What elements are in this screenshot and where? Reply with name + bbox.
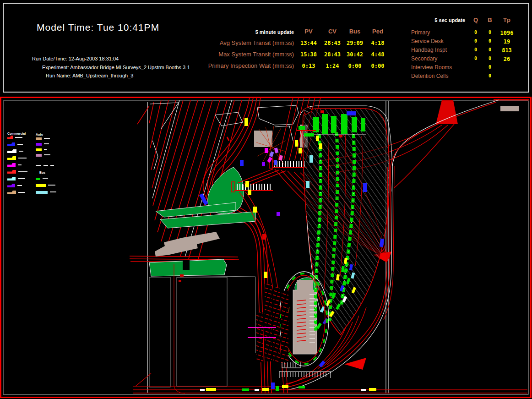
legend-item bbox=[36, 153, 68, 158]
experiment-name: Experiment: Ambassador Bridge MI Surveys… bbox=[42, 65, 190, 70]
row-secondary-label: Secondary bbox=[411, 55, 437, 62]
legend-item bbox=[36, 176, 68, 183]
auto-class-swatch bbox=[36, 148, 42, 151]
commercial-class-swatch bbox=[7, 184, 15, 187]
legend-item bbox=[36, 136, 68, 142]
legend-label-mark bbox=[19, 151, 23, 152]
handbag-tp: 813 bbox=[495, 47, 518, 54]
five-minute-update-title: 5 minute update bbox=[202, 29, 294, 35]
wait-bus: 0:00 bbox=[343, 63, 366, 69]
legend-item bbox=[7, 135, 34, 142]
row-max-transit-label: Max System Transit (mm:ss) bbox=[157, 51, 294, 58]
commercial-class-swatch bbox=[7, 142, 15, 146]
legend-item bbox=[7, 149, 34, 156]
col-b: B bbox=[484, 16, 495, 23]
avg-cv: 28:43 bbox=[321, 40, 344, 46]
service-tp: 19 bbox=[495, 38, 518, 45]
secondary-q: 0 bbox=[470, 56, 481, 61]
legend-item bbox=[36, 183, 68, 190]
wait-pv: 0:13 bbox=[297, 63, 320, 69]
avg-ped: 4:18 bbox=[366, 40, 389, 46]
interview-b: 0 bbox=[484, 65, 495, 70]
legend-label-mark bbox=[17, 185, 22, 186]
simulation-app-window: { "header": { "model_time": "Model Time:… bbox=[0, 0, 532, 399]
map-legend: Commercial Auto Bus bbox=[7, 132, 76, 196]
legend-item bbox=[7, 142, 34, 149]
max-pv: 15:38 bbox=[297, 51, 320, 58]
legend-item bbox=[7, 183, 34, 190]
run-datetime: Run Date/Time: 12-Aug-2003 18:31:04 bbox=[32, 56, 119, 61]
auto-class-swatch bbox=[36, 143, 42, 146]
simulation-map-canvas[interactable] bbox=[0, 97, 532, 399]
commercial-class-swatch bbox=[7, 191, 16, 194]
legend-label-mark bbox=[44, 154, 50, 155]
primary-b: 0 bbox=[484, 30, 495, 35]
detention-b: 0 bbox=[484, 73, 495, 78]
legend-item bbox=[36, 190, 68, 197]
legend-label-mark bbox=[15, 137, 22, 138]
legend-item bbox=[36, 147, 68, 153]
auto-class-swatch bbox=[36, 154, 42, 157]
max-bus: 30:42 bbox=[343, 51, 366, 58]
legend-item bbox=[7, 190, 34, 197]
row-detention-label: Detention Cells bbox=[411, 73, 448, 79]
stats-panel: Model Time: Tue 10:41PM 5 minute update … bbox=[3, 3, 529, 93]
model-time: Model Time: Tue 10:41PM bbox=[37, 22, 159, 33]
commercial-class-swatch bbox=[7, 136, 13, 139]
secondary-tp: 26 bbox=[495, 56, 518, 62]
legend-item bbox=[7, 163, 34, 169]
row-service-desk-label: Service Desk bbox=[411, 38, 444, 44]
bus-class-swatch bbox=[36, 178, 40, 180]
handbag-b: 0 bbox=[484, 47, 495, 52]
legend-label-mark bbox=[18, 178, 25, 179]
commercial-class-swatch bbox=[7, 149, 16, 153]
row-avg-transit-label: Avg System Transit (mm:ss) bbox=[157, 39, 294, 46]
handbag-q: 0 bbox=[470, 47, 481, 52]
legend-item bbox=[7, 169, 34, 176]
col-bus: Bus bbox=[343, 28, 366, 35]
legend-item bbox=[7, 156, 34, 163]
bus-class-swatch bbox=[36, 184, 46, 187]
col-ped: Ped bbox=[366, 28, 389, 35]
legend-label-mark bbox=[18, 164, 22, 165]
legend-label-mark bbox=[44, 143, 49, 144]
legend-label-mark bbox=[48, 185, 55, 186]
commercial-class-swatch bbox=[7, 177, 16, 180]
legend-separator-marks bbox=[36, 158, 68, 168]
commercial-class-swatch bbox=[7, 163, 16, 167]
bus-class-swatch bbox=[36, 191, 48, 194]
legend-label-mark bbox=[18, 158, 27, 159]
legend-item bbox=[36, 142, 68, 147]
legend-bus-title: Bus bbox=[39, 171, 68, 174]
legend-commercial-title: Commercial bbox=[7, 132, 34, 135]
service-q: 0 bbox=[470, 38, 481, 44]
legend-label-mark bbox=[18, 192, 25, 193]
col-cv: CV bbox=[321, 28, 344, 35]
commercial-class-swatch bbox=[7, 170, 16, 174]
row-primary-label: Primary bbox=[411, 29, 430, 36]
max-cv: 28:43 bbox=[321, 51, 344, 58]
wait-cv: 1:24 bbox=[321, 63, 344, 69]
avg-bus: 29:09 bbox=[343, 40, 366, 46]
primary-tp: 1096 bbox=[495, 30, 518, 36]
legend-auto-title: Auto bbox=[36, 133, 68, 136]
service-b: 0 bbox=[484, 38, 495, 44]
commercial-class-swatch bbox=[7, 156, 16, 160]
legend-label-mark bbox=[50, 191, 56, 192]
auto-class-swatch bbox=[36, 137, 42, 140]
avg-pv: 13:44 bbox=[297, 40, 320, 46]
row-interview-label: Interview Rooms bbox=[411, 64, 452, 71]
primary-q: 0 bbox=[470, 30, 481, 35]
col-tp: Tp bbox=[495, 16, 518, 23]
legend-label-mark bbox=[43, 178, 48, 179]
run-name: Run Name: AMB_Upstream_through_3 bbox=[46, 73, 133, 78]
row-handbag-label: Handbag Inspt bbox=[411, 47, 447, 53]
grass-notch bbox=[183, 260, 190, 270]
legend-label-mark bbox=[18, 171, 27, 172]
five-sec-update-title: 5 sec update bbox=[396, 17, 465, 23]
wait-ped: 0:00 bbox=[366, 63, 389, 69]
legend-label-mark bbox=[44, 149, 47, 150]
legend-label-mark bbox=[17, 144, 23, 145]
legend-item bbox=[7, 176, 34, 183]
col-pv: PV bbox=[297, 28, 320, 35]
